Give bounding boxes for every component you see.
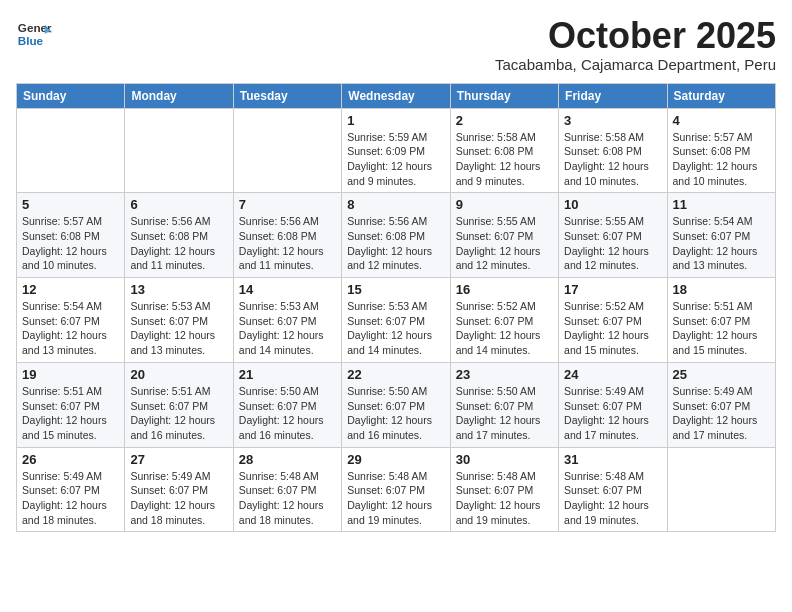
day-number: 14: [239, 282, 336, 297]
calendar-cell: 26Sunrise: 5:49 AM Sunset: 6:07 PM Dayli…: [17, 447, 125, 532]
day-number: 30: [456, 452, 553, 467]
calendar-cell: 18Sunrise: 5:51 AM Sunset: 6:07 PM Dayli…: [667, 278, 775, 363]
day-number: 31: [564, 452, 661, 467]
day-info: Sunrise: 5:58 AM Sunset: 6:08 PM Dayligh…: [456, 130, 553, 189]
calendar-table: SundayMondayTuesdayWednesdayThursdayFrid…: [16, 83, 776, 533]
day-info: Sunrise: 5:49 AM Sunset: 6:07 PM Dayligh…: [130, 469, 227, 528]
day-number: 25: [673, 367, 770, 382]
day-info: Sunrise: 5:50 AM Sunset: 6:07 PM Dayligh…: [347, 384, 444, 443]
day-number: 29: [347, 452, 444, 467]
day-info: Sunrise: 5:48 AM Sunset: 6:07 PM Dayligh…: [456, 469, 553, 528]
calendar-cell: 1Sunrise: 5:59 AM Sunset: 6:09 PM Daylig…: [342, 108, 450, 193]
calendar-cell: 10Sunrise: 5:55 AM Sunset: 6:07 PM Dayli…: [559, 193, 667, 278]
day-number: 12: [22, 282, 119, 297]
day-number: 7: [239, 197, 336, 212]
day-info: Sunrise: 5:53 AM Sunset: 6:07 PM Dayligh…: [239, 299, 336, 358]
calendar-cell: 13Sunrise: 5:53 AM Sunset: 6:07 PM Dayli…: [125, 278, 233, 363]
day-number: 27: [130, 452, 227, 467]
calendar-cell: 12Sunrise: 5:54 AM Sunset: 6:07 PM Dayli…: [17, 278, 125, 363]
day-info: Sunrise: 5:55 AM Sunset: 6:07 PM Dayligh…: [456, 214, 553, 273]
column-header-wednesday: Wednesday: [342, 83, 450, 108]
day-number: 16: [456, 282, 553, 297]
day-info: Sunrise: 5:57 AM Sunset: 6:08 PM Dayligh…: [673, 130, 770, 189]
calendar-cell: 27Sunrise: 5:49 AM Sunset: 6:07 PM Dayli…: [125, 447, 233, 532]
svg-text:Blue: Blue: [18, 34, 44, 47]
calendar-week-row: 5Sunrise: 5:57 AM Sunset: 6:08 PM Daylig…: [17, 193, 776, 278]
calendar-cell: 23Sunrise: 5:50 AM Sunset: 6:07 PM Dayli…: [450, 362, 558, 447]
calendar-cell: 14Sunrise: 5:53 AM Sunset: 6:07 PM Dayli…: [233, 278, 341, 363]
day-info: Sunrise: 5:59 AM Sunset: 6:09 PM Dayligh…: [347, 130, 444, 189]
day-info: Sunrise: 5:52 AM Sunset: 6:07 PM Dayligh…: [456, 299, 553, 358]
page-header: General Blue October 2025 Tacabamba, Caj…: [16, 16, 776, 73]
day-number: 10: [564, 197, 661, 212]
day-info: Sunrise: 5:55 AM Sunset: 6:07 PM Dayligh…: [564, 214, 661, 273]
day-info: Sunrise: 5:56 AM Sunset: 6:08 PM Dayligh…: [347, 214, 444, 273]
day-info: Sunrise: 5:56 AM Sunset: 6:08 PM Dayligh…: [130, 214, 227, 273]
day-number: 22: [347, 367, 444, 382]
day-number: 18: [673, 282, 770, 297]
day-info: Sunrise: 5:49 AM Sunset: 6:07 PM Dayligh…: [564, 384, 661, 443]
day-number: 4: [673, 113, 770, 128]
calendar-week-row: 19Sunrise: 5:51 AM Sunset: 6:07 PM Dayli…: [17, 362, 776, 447]
title-block: October 2025 Tacabamba, Cajamarca Depart…: [495, 16, 776, 73]
day-info: Sunrise: 5:58 AM Sunset: 6:08 PM Dayligh…: [564, 130, 661, 189]
day-number: 15: [347, 282, 444, 297]
column-header-thursday: Thursday: [450, 83, 558, 108]
day-number: 11: [673, 197, 770, 212]
day-number: 21: [239, 367, 336, 382]
calendar-cell: 25Sunrise: 5:49 AM Sunset: 6:07 PM Dayli…: [667, 362, 775, 447]
calendar-cell: [667, 447, 775, 532]
day-number: 23: [456, 367, 553, 382]
calendar-cell: 24Sunrise: 5:49 AM Sunset: 6:07 PM Dayli…: [559, 362, 667, 447]
calendar-cell: 17Sunrise: 5:52 AM Sunset: 6:07 PM Dayli…: [559, 278, 667, 363]
calendar-cell: 19Sunrise: 5:51 AM Sunset: 6:07 PM Dayli…: [17, 362, 125, 447]
day-number: 13: [130, 282, 227, 297]
day-number: 1: [347, 113, 444, 128]
calendar-week-row: 1Sunrise: 5:59 AM Sunset: 6:09 PM Daylig…: [17, 108, 776, 193]
day-number: 28: [239, 452, 336, 467]
day-info: Sunrise: 5:51 AM Sunset: 6:07 PM Dayligh…: [130, 384, 227, 443]
calendar-cell: [233, 108, 341, 193]
day-info: Sunrise: 5:53 AM Sunset: 6:07 PM Dayligh…: [347, 299, 444, 358]
calendar-cell: 9Sunrise: 5:55 AM Sunset: 6:07 PM Daylig…: [450, 193, 558, 278]
day-number: 9: [456, 197, 553, 212]
day-info: Sunrise: 5:57 AM Sunset: 6:08 PM Dayligh…: [22, 214, 119, 273]
day-info: Sunrise: 5:52 AM Sunset: 6:07 PM Dayligh…: [564, 299, 661, 358]
calendar-cell: 28Sunrise: 5:48 AM Sunset: 6:07 PM Dayli…: [233, 447, 341, 532]
day-info: Sunrise: 5:50 AM Sunset: 6:07 PM Dayligh…: [239, 384, 336, 443]
subtitle: Tacabamba, Cajamarca Department, Peru: [495, 56, 776, 73]
day-info: Sunrise: 5:48 AM Sunset: 6:07 PM Dayligh…: [239, 469, 336, 528]
column-header-monday: Monday: [125, 83, 233, 108]
calendar-cell: 30Sunrise: 5:48 AM Sunset: 6:07 PM Dayli…: [450, 447, 558, 532]
calendar-cell: 22Sunrise: 5:50 AM Sunset: 6:07 PM Dayli…: [342, 362, 450, 447]
day-info: Sunrise: 5:51 AM Sunset: 6:07 PM Dayligh…: [673, 299, 770, 358]
calendar-cell: 2Sunrise: 5:58 AM Sunset: 6:08 PM Daylig…: [450, 108, 558, 193]
calendar-cell: 11Sunrise: 5:54 AM Sunset: 6:07 PM Dayli…: [667, 193, 775, 278]
calendar-cell: 31Sunrise: 5:48 AM Sunset: 6:07 PM Dayli…: [559, 447, 667, 532]
calendar-cell: 3Sunrise: 5:58 AM Sunset: 6:08 PM Daylig…: [559, 108, 667, 193]
day-number: 20: [130, 367, 227, 382]
column-header-tuesday: Tuesday: [233, 83, 341, 108]
day-info: Sunrise: 5:51 AM Sunset: 6:07 PM Dayligh…: [22, 384, 119, 443]
day-number: 19: [22, 367, 119, 382]
day-info: Sunrise: 5:56 AM Sunset: 6:08 PM Dayligh…: [239, 214, 336, 273]
day-info: Sunrise: 5:48 AM Sunset: 6:07 PM Dayligh…: [347, 469, 444, 528]
calendar-cell: [17, 108, 125, 193]
calendar-cell: 21Sunrise: 5:50 AM Sunset: 6:07 PM Dayli…: [233, 362, 341, 447]
column-header-friday: Friday: [559, 83, 667, 108]
column-header-saturday: Saturday: [667, 83, 775, 108]
calendar-cell: 8Sunrise: 5:56 AM Sunset: 6:08 PM Daylig…: [342, 193, 450, 278]
calendar-cell: 15Sunrise: 5:53 AM Sunset: 6:07 PM Dayli…: [342, 278, 450, 363]
logo: General Blue: [16, 16, 56, 52]
day-number: 17: [564, 282, 661, 297]
calendar-week-row: 26Sunrise: 5:49 AM Sunset: 6:07 PM Dayli…: [17, 447, 776, 532]
calendar-cell: [125, 108, 233, 193]
calendar-cell: 6Sunrise: 5:56 AM Sunset: 6:08 PM Daylig…: [125, 193, 233, 278]
day-info: Sunrise: 5:54 AM Sunset: 6:07 PM Dayligh…: [22, 299, 119, 358]
calendar-week-row: 12Sunrise: 5:54 AM Sunset: 6:07 PM Dayli…: [17, 278, 776, 363]
calendar-cell: 20Sunrise: 5:51 AM Sunset: 6:07 PM Dayli…: [125, 362, 233, 447]
day-info: Sunrise: 5:53 AM Sunset: 6:07 PM Dayligh…: [130, 299, 227, 358]
day-number: 2: [456, 113, 553, 128]
day-number: 6: [130, 197, 227, 212]
day-number: 5: [22, 197, 119, 212]
